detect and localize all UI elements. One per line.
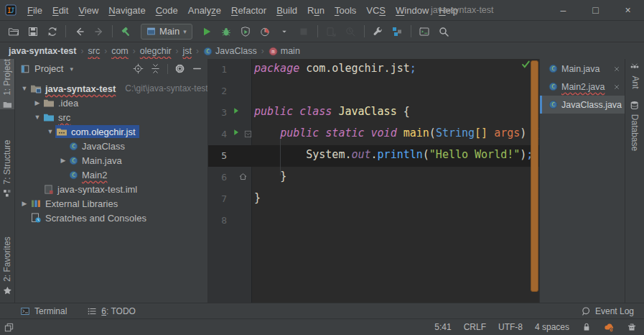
run-anything-button[interactable] (415, 23, 434, 40)
home-icon[interactable] (238, 172, 248, 181)
tool-window-button-6-todo[interactable]: 6: TODO (87, 306, 136, 316)
favorites-star-icon (3, 286, 12, 295)
back-button[interactable] (70, 23, 89, 40)
profiler-button[interactable] (256, 23, 275, 40)
close-icon[interactable] (613, 83, 625, 91)
chevron-right-icon[interactable]: ▶ (32, 99, 42, 106)
breadcrumb-item-java-syntax-test[interactable]: java-syntax-test (7, 46, 78, 56)
search-everywhere-button[interactable] (434, 23, 454, 40)
project-path: C:\git\java-syntax-test (125, 83, 207, 93)
menu-navigate[interactable]: Navigate (103, 4, 150, 17)
dropdown-caret-button[interactable] (275, 23, 294, 40)
tool-window-button-terminal[interactable]: Terminal (20, 306, 67, 316)
tree-item-main2[interactable]: CMain2 (15, 168, 207, 182)
inspection-status-icon[interactable] (521, 60, 531, 69)
maximize-icon[interactable]: □ (579, 0, 612, 20)
menu-code[interactable]: Code (151, 4, 183, 17)
line-ending[interactable]: CRLF (464, 322, 486, 332)
menu-window[interactable]: Window (391, 4, 434, 17)
coverage-button[interactable] (236, 23, 256, 40)
breadcrumb-item-src[interactable]: src (87, 46, 102, 56)
tree-item--idea[interactable]: ▶.idea (15, 96, 207, 110)
sync-problem-icon[interactable] (604, 322, 615, 333)
scratches-icon (30, 212, 42, 224)
settings-gear-button[interactable] (174, 63, 185, 74)
open-button[interactable] (4, 23, 23, 40)
caret-position[interactable]: 5:41 (434, 322, 451, 332)
svg-text:C: C (551, 101, 555, 108)
tree-item-cell: src (42, 111, 74, 124)
tool-window-button-2-favorites[interactable]: 2: Favorites (0, 236, 14, 296)
event-log-button[interactable]: Event Log (581, 306, 634, 316)
tree-item-com-olegchir-jst[interactable]: ▼com.olegchir.jst (15, 124, 207, 139)
code-line-6: 6 } (208, 167, 539, 188)
editor-scrollbar[interactable] (531, 60, 538, 292)
run-line-icon[interactable] (233, 129, 241, 137)
wrench-button[interactable] (368, 23, 388, 40)
menu-file[interactable]: File (22, 4, 47, 17)
menu-edit[interactable]: Edit (47, 4, 73, 17)
sync-button[interactable] (42, 23, 62, 40)
locate-button[interactable] (133, 63, 144, 74)
breadcrumb-label: com (111, 46, 129, 56)
menu-build[interactable]: Build (271, 4, 302, 17)
menu-vcs[interactable]: VCS (361, 4, 391, 17)
menu-run[interactable]: Run (302, 4, 330, 17)
editor-tab-javaclass-java[interactable]: CJavaClass.java (540, 96, 625, 114)
project-tool-icon (3, 100, 12, 109)
debug-button[interactable] (217, 23, 236, 40)
tool-window-button-1-project[interactable]: 1: Project (0, 59, 14, 109)
tab-label: Main2.java (561, 82, 605, 92)
chevron-right-icon[interactable]: ▶ (58, 157, 68, 164)
tree-item-scratches-and-consoles[interactable]: Scratches and Consoles (15, 211, 207, 225)
breadcrumb-item-jst[interactable]: jst (182, 46, 194, 56)
build-hammer-button[interactable] (116, 23, 136, 40)
minimize-icon[interactable]: – (547, 0, 579, 20)
toolbar-separator (112, 25, 113, 37)
tree-item-javaclass[interactable]: CJavaClass (15, 139, 207, 153)
editor-tab-main-java[interactable]: CMain.java (540, 60, 625, 78)
hide-panel-button[interactable] (192, 63, 202, 74)
wrench-icon (372, 26, 383, 37)
chevron-down-icon[interactable]: ▼ (32, 114, 42, 121)
fold-marker-icon[interactable] (244, 130, 252, 138)
breadcrumb-item-com[interactable]: com (110, 46, 130, 56)
breadcrumb-item-javaclass[interactable]: CJavaClass (202, 46, 258, 56)
tree-item-main-java[interactable]: ▶CMain.java (15, 153, 207, 168)
breadcrumb-item-olegchir[interactable]: olegchir (139, 46, 173, 56)
indent-setting[interactable]: 4 spaces (535, 322, 569, 332)
chevron-down-icon[interactable]: ▼ (45, 128, 55, 135)
chevron-right-icon[interactable]: ▶ (19, 200, 29, 207)
window-title: java-syntax-test (431, 5, 494, 15)
editor-tab-main2-java[interactable]: CMain2.java (540, 78, 625, 96)
close-icon[interactable]: × (612, 0, 644, 20)
breadcrumb-label: jst (183, 46, 192, 56)
tool-window-switcher[interactable] (4, 322, 14, 333)
run-configuration-selector[interactable]: Main▾ (141, 24, 192, 40)
menu-view[interactable]: View (73, 4, 103, 17)
project-panel-title-button[interactable]: Project ▾ (20, 63, 73, 74)
save-all-button[interactable] (23, 23, 42, 40)
tool-window-button-ant[interactable]: Ant (625, 60, 644, 91)
code-editor[interactable]: 1package com.olegchir.jst;23public class… (208, 59, 539, 303)
chevron-down-icon[interactable]: ▼ (19, 85, 29, 92)
tree-item-java-syntax-test[interactable]: ▼java-syntax-testC:\git\java-syntax-test (15, 81, 207, 96)
file-encoding[interactable]: UTF-8 (498, 322, 523, 332)
project-structure-button[interactable] (388, 23, 407, 40)
lock-icon[interactable] (582, 322, 592, 332)
menu-refactor[interactable]: Refactor (226, 4, 271, 17)
tool-window-label: Database (630, 114, 640, 151)
tree-item-external-libraries[interactable]: ▶External Libraries (15, 196, 207, 211)
breadcrumb-item-main[interactable]: mmain (267, 46, 302, 56)
run-button[interactable] (197, 23, 217, 40)
tree-item-java-syntax-test-iml[interactable]: java-syntax-test.iml (15, 182, 207, 196)
tool-window-button-database[interactable]: Database (625, 96, 644, 155)
collapse-all-button[interactable] (150, 63, 161, 74)
inspections-profile-icon[interactable] (627, 322, 637, 332)
menu-tools[interactable]: Tools (330, 4, 361, 17)
tree-item-src[interactable]: ▼src (15, 110, 207, 124)
run-line-icon[interactable] (233, 107, 241, 116)
tool-window-button-7-structure[interactable]: 7: Structure (0, 139, 14, 198)
close-icon[interactable] (613, 65, 625, 73)
menu-analyze[interactable]: Analyze (183, 4, 226, 17)
